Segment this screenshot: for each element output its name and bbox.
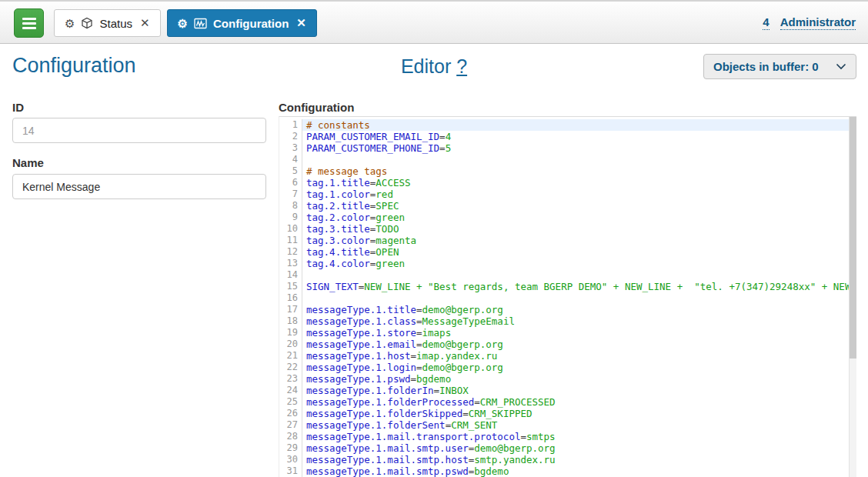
- code-text: # constants: [302, 119, 849, 131]
- editor-scrollbar[interactable]: [849, 117, 856, 477]
- code-line[interactable]: 9tag.2.color=green: [279, 212, 849, 223]
- configuration-code-editor[interactable]: 1# constants2PARAM_CUSTOMER_EMAIL_ID=43P…: [279, 116, 856, 477]
- code-text: messageType.1.folderIn=INBOX: [302, 385, 849, 396]
- chevron-down-icon: [836, 63, 846, 70]
- code-line[interactable]: 1# constants: [279, 119, 849, 131]
- code-text: messageType.1.folderSkipped=CRM_SKIPPED: [302, 408, 849, 419]
- line-number: 12: [279, 246, 302, 258]
- code-text: tag.1.title=ACCESS: [302, 177, 849, 188]
- code-line[interactable]: 16: [279, 292, 849, 304]
- line-number: 10: [279, 223, 302, 235]
- code-line[interactable]: 12tag.4.title=OPEN: [279, 246, 849, 258]
- name-field[interactable]: [12, 174, 266, 199]
- line-number: 19: [279, 327, 302, 339]
- code-line[interactable]: 28messageType.1.mail.transport.protocol=…: [279, 431, 849, 442]
- menu-button[interactable]: [14, 8, 44, 38]
- code-text: messageType.1.mail.smtp.host=smtp.yandex…: [302, 454, 849, 465]
- line-number: 31: [279, 465, 302, 477]
- code-line[interactable]: 11tag.3.color=magenta: [279, 235, 849, 246]
- code-line[interactable]: 14: [279, 269, 849, 281]
- line-number: 2: [279, 131, 302, 142]
- name-label: Name: [12, 156, 44, 169]
- cube-icon: [81, 17, 93, 29]
- line-number: 22: [279, 362, 302, 373]
- code-text: tag.2.color=green: [302, 212, 849, 223]
- user-name-link[interactable]: Administrator: [780, 15, 856, 30]
- buffer-dropdown-label: Objects in buffer: 0: [713, 60, 819, 73]
- code-text: messageType.1.pswd=bgdemo: [302, 373, 849, 385]
- buffer-dropdown[interactable]: Objects in buffer: 0: [703, 54, 856, 79]
- code-line[interactable]: 21messageType.1.host=imap.yandex.ru: [279, 350, 849, 362]
- code-text: tag.4.color=green: [302, 258, 849, 269]
- code-line[interactable]: 29messageType.1.mail.smtp.user=demo@bger…: [279, 442, 849, 454]
- close-icon[interactable]: ✕: [140, 16, 150, 30]
- code-text: messageType.1.folderSent=CRM_SENT: [302, 419, 849, 431]
- code-line[interactable]: 27messageType.1.folderSent=CRM_SENT: [279, 419, 849, 431]
- line-number: 16: [279, 292, 302, 304]
- code-text: PARAM_CUSTOMER_EMAIL_ID=4: [302, 131, 849, 142]
- code-text: messageType.1.class=MessageTypeEmail: [302, 315, 849, 327]
- close-icon[interactable]: ✕: [296, 16, 306, 30]
- code-line[interactable]: 8tag.2.title=SPEC: [279, 200, 849, 212]
- code-text: messageType.1.folderProcessed=CRM_PROCES…: [302, 396, 849, 408]
- code-line[interactable]: 5# message tags: [279, 165, 849, 177]
- code-line[interactable]: 25messageType.1.folderProcessed=CRM_PROC…: [279, 396, 849, 408]
- line-number: 27: [279, 419, 302, 431]
- line-number: 30: [279, 454, 302, 465]
- code-line[interactable]: 13tag.4.color=green: [279, 258, 849, 269]
- user-id-link[interactable]: 4: [763, 15, 769, 30]
- id-field[interactable]: [12, 118, 266, 143]
- line-number: 28: [279, 431, 302, 442]
- help-link[interactable]: ?: [456, 55, 467, 77]
- code-line[interactable]: 7tag.1.color=red: [279, 188, 849, 200]
- hamburger-icon: [22, 18, 36, 29]
- code-line[interactable]: 4: [279, 154, 849, 165]
- scrollbar-thumb[interactable]: [850, 117, 856, 359]
- tab-configuration[interactable]: ⚙ Configuration ✕: [167, 9, 317, 37]
- id-label: ID: [12, 101, 24, 114]
- topbar: ⚙ Status ✕ ⚙ Configuration ✕ 4: [0, 0, 868, 44]
- user-area: 4 Administrator: [763, 15, 856, 30]
- code-line[interactable]: 10tag.3.title=TODO: [279, 223, 849, 235]
- line-number: 1: [279, 119, 302, 131]
- code-line[interactable]: 15SIGN_TEXT=NEW_LINE + "Best regards, te…: [279, 281, 849, 292]
- code-line[interactable]: 22messageType.1.login=demo@bgerp.org: [279, 362, 849, 373]
- line-number: 18: [279, 315, 302, 327]
- gear-icon: ⚙: [65, 18, 75, 29]
- code-text: messageType.1.mail.smtp.user=demo@bgerp.…: [302, 442, 849, 454]
- code-line[interactable]: 24messageType.1.folderIn=INBOX: [279, 385, 849, 396]
- code-text: SIGN_TEXT=NEW_LINE + "Best regards, team…: [302, 281, 849, 292]
- line-number: 26: [279, 408, 302, 419]
- code-text: messageType.1.mail.transport.protocol=sm…: [302, 431, 849, 442]
- code-line[interactable]: 18messageType.1.class=MessageTypeEmail: [279, 315, 849, 327]
- code-line[interactable]: 20messageType.1.email=demo@bgerp.org: [279, 339, 849, 350]
- code-line[interactable]: 19messageType.1.store=imaps: [279, 327, 849, 339]
- code-line[interactable]: 26messageType.1.folderSkipped=CRM_SKIPPE…: [279, 408, 849, 419]
- code-line[interactable]: 2PARAM_CUSTOMER_EMAIL_ID=4: [279, 131, 849, 142]
- code-line[interactable]: 31messageType.1.mail.smtp.pswd=bgdemo: [279, 465, 849, 477]
- code-text: messageType.1.email=demo@bgerp.org: [302, 339, 849, 350]
- line-number: 8: [279, 200, 302, 212]
- line-number: 9: [279, 212, 302, 223]
- code-line[interactable]: 17messageType.1.title=demo@bgerp.org: [279, 304, 849, 315]
- tab-status[interactable]: ⚙ Status ✕: [54, 9, 161, 37]
- code-line[interactable]: 23messageType.1.pswd=bgdemo: [279, 373, 849, 385]
- line-number: 6: [279, 177, 302, 188]
- editor-heading-label: Editor: [401, 55, 451, 77]
- line-number: 23: [279, 373, 302, 385]
- code-line[interactable]: 3PARAM_CUSTOMER_PHONE_ID=5: [279, 142, 849, 154]
- code-text: [302, 269, 849, 281]
- code-text: tag.3.title=TODO: [302, 223, 849, 235]
- code-line[interactable]: 6tag.1.title=ACCESS: [279, 177, 849, 188]
- code-text: messageType.1.title=demo@bgerp.org: [302, 304, 849, 315]
- line-number: 14: [279, 269, 302, 281]
- code-text: messageType.1.mail.smtp.pswd=bgdemo: [302, 465, 849, 477]
- line-number: 7: [279, 188, 302, 200]
- code-text: PARAM_CUSTOMER_PHONE_ID=5: [302, 142, 849, 154]
- line-number: 11: [279, 235, 302, 246]
- code-line[interactable]: 30messageType.1.mail.smtp.host=smtp.yand…: [279, 454, 849, 465]
- code-text: [302, 292, 849, 304]
- tab-label: Configuration: [213, 17, 289, 30]
- editor-lines: 1# constants2PARAM_CUSTOMER_EMAIL_ID=43P…: [279, 117, 849, 477]
- line-number: 5: [279, 165, 302, 177]
